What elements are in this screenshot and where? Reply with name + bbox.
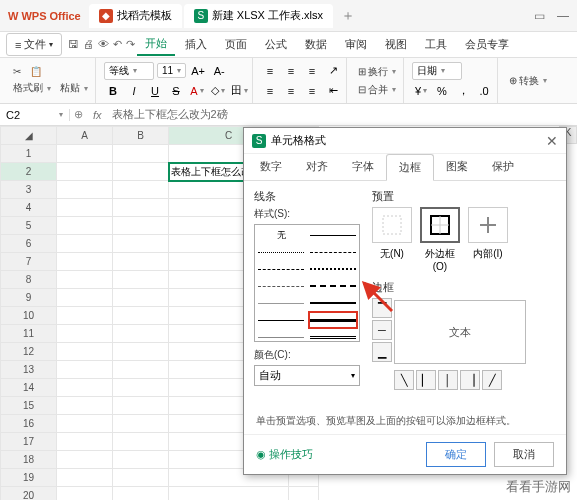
save-icon[interactable]: 🖫 <box>68 38 79 51</box>
number-format-select[interactable]: 日期▾ <box>412 62 462 80</box>
convert-button[interactable]: ⊕ 转换 <box>506 73 550 89</box>
cell[interactable] <box>113 145 169 163</box>
cell[interactable] <box>57 343 113 361</box>
row-header[interactable]: 15 <box>1 397 57 415</box>
cell[interactable] <box>169 487 289 501</box>
cell[interactable] <box>113 289 169 307</box>
font-family-select[interactable]: 等线▾ <box>104 62 154 80</box>
select-all-corner[interactable]: ◢ <box>1 127 57 145</box>
file-menu[interactable]: ≡ 文件 ▾ <box>6 33 62 56</box>
align-bottom-icon[interactable]: ≡ <box>303 62 321 80</box>
style-opt[interactable] <box>310 228 356 242</box>
cell[interactable] <box>113 433 169 451</box>
row-header[interactable]: 11 <box>1 325 57 343</box>
cell[interactable] <box>289 487 319 501</box>
cell[interactable] <box>57 379 113 397</box>
cell[interactable] <box>113 343 169 361</box>
style-opt[interactable] <box>310 330 356 344</box>
row-header[interactable]: 8 <box>1 271 57 289</box>
dec-inc-icon[interactable]: .0 <box>475 82 493 100</box>
cell[interactable] <box>57 487 113 501</box>
cell[interactable] <box>57 469 113 487</box>
cell[interactable] <box>57 163 113 181</box>
format-painter[interactable]: 格式刷 <box>10 80 54 96</box>
cell[interactable] <box>113 415 169 433</box>
preset-inside[interactable] <box>468 207 508 243</box>
indent-icon[interactable]: ⇤ <box>324 82 342 100</box>
fx-icon[interactable]: fx <box>87 109 108 121</box>
border-top-btn[interactable]: ▔ <box>372 298 392 318</box>
merge-cells[interactable]: ⊟ 合并 <box>355 82 399 98</box>
row-header[interactable]: 5 <box>1 217 57 235</box>
border-diag2-btn[interactable]: ╱ <box>482 370 502 390</box>
style-opt[interactable] <box>258 296 304 310</box>
menu-data[interactable]: 数据 <box>297 34 335 55</box>
style-opt[interactable] <box>258 313 304 327</box>
cell[interactable] <box>113 469 169 487</box>
undo-icon[interactable]: ↶ <box>113 38 122 51</box>
italic-icon[interactable]: I <box>125 82 143 100</box>
align-middle-icon[interactable]: ≡ <box>282 62 300 80</box>
paste-button[interactable]: 粘贴 <box>57 80 91 96</box>
row-header[interactable]: 12 <box>1 343 57 361</box>
row-header[interactable]: 17 <box>1 433 57 451</box>
border-mid-v-btn[interactable]: │ <box>438 370 458 390</box>
row-header[interactable]: 9 <box>1 289 57 307</box>
currency-icon[interactable]: ¥ <box>412 82 430 100</box>
style-none[interactable]: 无 <box>258 228 304 242</box>
row-header[interactable]: 7 <box>1 253 57 271</box>
tips-link[interactable]: ◉ 操作技巧 <box>256 447 313 462</box>
cell[interactable] <box>113 253 169 271</box>
menu-tools[interactable]: 工具 <box>417 34 455 55</box>
insert-fn-icon[interactable]: ⊕ <box>70 108 87 121</box>
style-opt[interactable] <box>310 245 356 259</box>
tab-border[interactable]: 边框 <box>386 154 434 181</box>
menu-page[interactable]: 页面 <box>217 34 255 55</box>
cell[interactable] <box>113 163 169 181</box>
style-opt[interactable] <box>258 262 304 276</box>
menu-formula[interactable]: 公式 <box>257 34 295 55</box>
decrease-font-icon[interactable]: A- <box>210 62 228 80</box>
tab-font[interactable]: 字体 <box>340 154 386 180</box>
border-preview[interactable]: 文本 <box>394 300 526 364</box>
row-header[interactable]: 20 <box>1 487 57 501</box>
tab-pattern[interactable]: 图案 <box>434 154 480 180</box>
row-header[interactable]: 3 <box>1 181 57 199</box>
color-select[interactable]: 自动▾ <box>254 365 360 386</box>
menu-view[interactable]: 视图 <box>377 34 415 55</box>
col-header-a[interactable]: A <box>57 127 113 145</box>
copy-icon[interactable]: 📋 <box>27 65 45 78</box>
increase-font-icon[interactable]: A+ <box>189 62 207 80</box>
wrap-text[interactable]: ⊞ 换行 <box>355 64 399 80</box>
menu-insert[interactable]: 插入 <box>177 34 215 55</box>
cell[interactable] <box>57 307 113 325</box>
row-header[interactable]: 10 <box>1 307 57 325</box>
font-color-icon[interactable]: A <box>188 82 206 100</box>
col-header-b[interactable]: B <box>113 127 169 145</box>
cell[interactable] <box>57 397 113 415</box>
new-tab-button[interactable]: ＋ <box>341 7 355 25</box>
row-header[interactable]: 19 <box>1 469 57 487</box>
style-opt[interactable] <box>258 279 304 293</box>
cell[interactable] <box>57 199 113 217</box>
preset-outline[interactable] <box>420 207 460 243</box>
redo-icon[interactable]: ↷ <box>126 38 135 51</box>
style-opt[interactable] <box>310 262 356 276</box>
row-header[interactable]: 16 <box>1 415 57 433</box>
preset-none[interactable] <box>372 207 412 243</box>
border-bottom-btn[interactable]: ▁ <box>372 342 392 362</box>
row-header[interactable]: 14 <box>1 379 57 397</box>
cell[interactable] <box>113 217 169 235</box>
cell[interactable] <box>57 253 113 271</box>
row-header[interactable]: 2 <box>1 163 57 181</box>
tab-align[interactable]: 对齐 <box>294 154 340 180</box>
cut-icon[interactable]: ✂ <box>10 65 24 78</box>
row-header[interactable]: 6 <box>1 235 57 253</box>
cell[interactable] <box>113 397 169 415</box>
cell[interactable] <box>57 217 113 235</box>
dialog-titlebar[interactable]: S 单元格格式 ✕ <box>244 128 566 154</box>
menu-vip[interactable]: 会员专享 <box>457 34 517 55</box>
cell[interactable] <box>113 451 169 469</box>
comma-icon[interactable]: ， <box>454 82 472 100</box>
border-mid-h-btn[interactable]: ─ <box>372 320 392 340</box>
